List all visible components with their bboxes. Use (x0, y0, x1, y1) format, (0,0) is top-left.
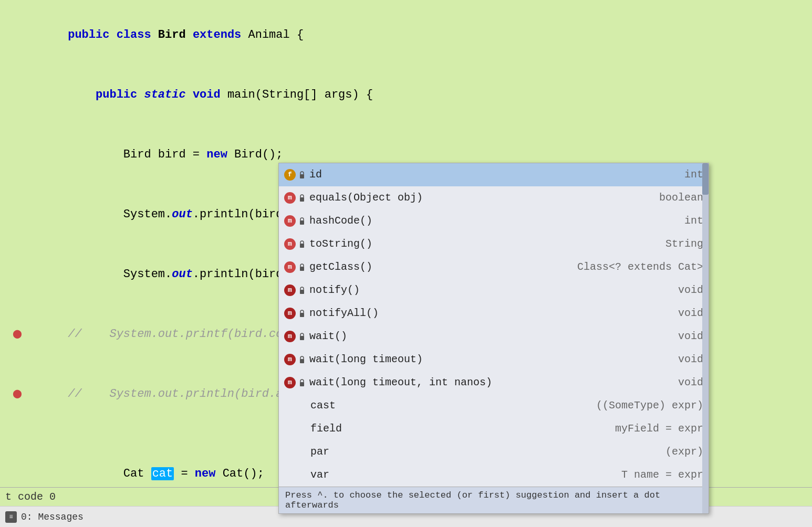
keyword-public: public (68, 28, 109, 41)
code-text-2: public static void main(String[] args) { (26, 65, 812, 125)
item-type-tostring: String (655, 235, 703, 254)
code-line-1: public class Bird extends Animal { (0, 5, 812, 65)
item-name-wait3: wait(long timeout, int nanos) (309, 373, 668, 392)
autocomplete-hint: Press ^. to choose the selected (or firs… (279, 487, 709, 513)
item-type-wait3: void (668, 373, 703, 392)
plain-name-par: par (310, 442, 502, 461)
svg-rect-5 (300, 290, 304, 294)
method-icon-getclass: m (284, 261, 296, 273)
item-type-notify: void (668, 281, 703, 300)
item-name-getclass: getClass() (309, 258, 567, 277)
item-name-wait2: wait(long timeout) (309, 350, 668, 369)
autocomplete-item-wait3[interactable]: m wait(long timeout, int nanos) void (279, 371, 709, 394)
lock-icon-hashcode (298, 217, 306, 225)
item-type-wait2: void (668, 350, 703, 369)
item-name-id: id (309, 165, 674, 184)
out-keyword1: out (172, 208, 193, 221)
code-text-1: public class Bird extends Animal { (26, 5, 812, 65)
plain-name-field: field (310, 419, 502, 438)
lock-icon-getclass (298, 263, 306, 271)
svg-rect-7 (300, 336, 304, 340)
lock-icon-id (298, 171, 306, 179)
plain-name-cast: cast (310, 396, 502, 415)
autocomplete-plain-var[interactable]: var T name = expr (279, 463, 709, 487)
autocomplete-scrollbar[interactable] (702, 163, 709, 513)
method-icon-wait1: m (284, 331, 296, 342)
item-type-notifyall: void (668, 304, 703, 323)
messages-icon: ≡ (5, 511, 17, 523)
svg-rect-3 (300, 244, 304, 248)
svg-rect-9 (300, 382, 304, 386)
plain-type-field: myField = expr (502, 419, 703, 438)
method-icon-tostring: m (284, 238, 296, 250)
field-icon-id: f (284, 169, 296, 181)
method-icon-wait3: m (284, 377, 296, 388)
autocomplete-item-tostring[interactable]: m toString() String (279, 233, 709, 256)
status-text: t code 0 (5, 491, 56, 503)
item-type-wait1: void (668, 327, 703, 346)
autocomplete-item-equals[interactable]: m equals(Object obj) boolean (279, 186, 709, 209)
gutter-7: ⬤ (11, 384, 26, 404)
item-type-getclass: Class<? extends Cat> (567, 258, 703, 277)
svg-rect-2 (300, 220, 304, 225)
gutter-6: ⬤ (11, 324, 26, 344)
autocomplete-item-wait2[interactable]: m wait(long timeout) void (279, 348, 709, 371)
out-keyword2: out (172, 268, 193, 281)
method-icon-notifyall: m (284, 308, 296, 319)
item-name-wait1: wait() (309, 327, 668, 346)
autocomplete-item-id[interactable]: f id int (279, 163, 709, 186)
autocomplete-plain-field[interactable]: field myField = expr (279, 417, 709, 440)
lock-icon-notify (298, 286, 306, 294)
keyword-new2: new (195, 467, 216, 480)
keyword-public2: public (96, 88, 137, 101)
autocomplete-item-wait1[interactable]: m wait() void (279, 325, 709, 348)
messages-label: 0: Messages (21, 512, 84, 522)
keyword-new1: new (206, 148, 227, 161)
svg-rect-8 (300, 359, 304, 363)
item-name-equals: equals(Object obj) (309, 188, 649, 207)
lock-icon-notifyall (298, 309, 306, 318)
item-name-tostring: toString() (309, 235, 655, 254)
item-name-notify: notify() (309, 281, 668, 300)
hint-text: Press ^. to choose the selected (or firs… (285, 490, 660, 510)
plain-type-var: T name = expr (502, 466, 703, 484)
lock-icon-tostring (298, 240, 306, 248)
autocomplete-dropdown[interactable]: f id int m equals(Object obj) boolean m … (278, 163, 709, 514)
item-type-equals: boolean (649, 188, 703, 207)
autocomplete-item-hashcode[interactable]: m hashCode() int (279, 209, 709, 233)
method-icon-notify: m (284, 284, 296, 296)
svg-rect-0 (300, 174, 304, 178)
lock-icon-wait2 (298, 355, 306, 364)
svg-rect-6 (300, 313, 304, 317)
keyword-static: static (144, 88, 185, 101)
method-icon-hashcode: m (284, 215, 296, 227)
classname-bird: Bird (158, 28, 186, 41)
cat-highlight: cat (151, 467, 174, 480)
svg-rect-4 (300, 267, 304, 271)
method-icon-wait2: m (284, 354, 296, 365)
item-name-hashcode: hashCode() (309, 212, 674, 230)
autocomplete-item-getclass[interactable]: m getClass() Class<? extends Cat> (279, 256, 709, 279)
autocomplete-plain-par[interactable]: par (expr) (279, 440, 709, 463)
plain-type-par: (expr) (502, 442, 703, 461)
method-icon-equals: m (284, 192, 296, 204)
plain-name-var: var (310, 466, 502, 484)
keyword-void: void (193, 88, 221, 101)
keyword-class: class (117, 28, 151, 41)
autocomplete-item-notifyall[interactable]: m notifyAll() void (279, 302, 709, 325)
keyword-extends: extends (193, 28, 241, 41)
lock-icon-wait3 (298, 378, 306, 387)
scrollbar-thumb[interactable] (702, 163, 709, 195)
autocomplete-item-notify[interactable]: m notify() void (279, 279, 709, 302)
lock-icon-equals (298, 194, 306, 202)
item-type-hashcode: int (674, 212, 703, 230)
item-name-notifyall: notifyAll() (309, 304, 668, 323)
plain-type-cast: ((SomeType) expr) (502, 396, 703, 415)
svg-rect-1 (300, 197, 304, 202)
code-line-2: public static void main(String[] args) { (0, 65, 812, 125)
lock-icon-wait1 (298, 332, 306, 341)
classname-animal: Animal (248, 28, 290, 41)
autocomplete-plain-cast[interactable]: cast ((SomeType) expr) (279, 394, 709, 417)
item-type-id: int (674, 165, 703, 184)
